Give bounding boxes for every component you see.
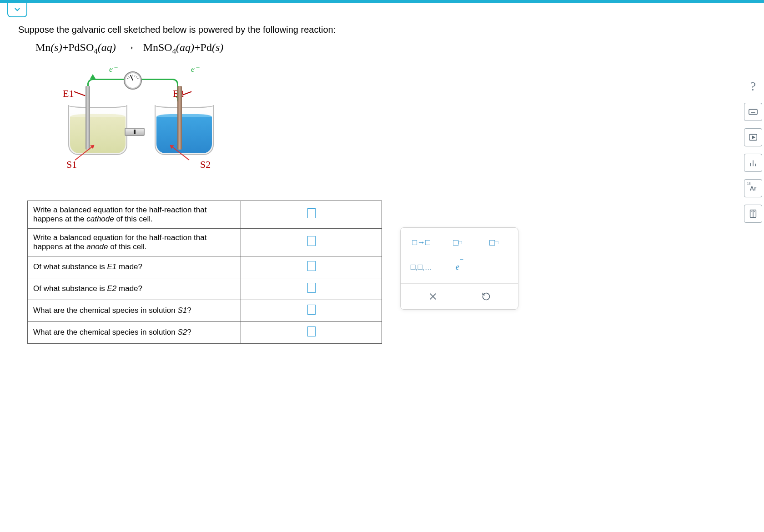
answer-cell [241,201,382,228]
palette-electron-button[interactable]: e‾ [446,259,469,275]
palette-electron-e: e [456,262,459,271]
question-variable: E1 [107,262,117,271]
galvanic-cell-diagram: e⁻ e⁻ E1 E2 [36,64,227,182]
solution-label-s1: S1 [66,159,77,171]
question-text-post: ? [187,306,191,315]
answer-cell [241,321,382,343]
palette-sup-small: □ [495,239,498,246]
palette-clear-button[interactable] [423,288,443,305]
table-row: Of what substance is E2 made? [28,278,382,300]
beaker-rim-2 [155,105,214,108]
question-text-pre: What are the chemical species in solutio… [33,306,178,315]
question-cell: Of what substance is E1 made? [28,256,241,278]
data-button[interactable] [744,154,762,172]
palette-sup-base: □ [489,237,495,248]
questions-table: Write a balanced equation for the half-r… [27,201,382,344]
eq-state-s2: (s) [212,41,223,53]
periodic-table-button[interactable]: 18Ar [744,179,762,197]
solution-s2 [156,117,212,153]
book-icon [748,209,758,219]
answer-cell [241,256,382,278]
question-variable: S1 [178,306,187,315]
expand-dropdown-button[interactable] [7,3,27,17]
eq-sub4-1: 4 [94,47,97,55]
beaker-rim-1 [68,105,127,108]
palette-reset-button[interactable] [476,288,496,305]
answer-cell [241,228,382,256]
constants-button[interactable] [744,205,762,223]
palette-arrow-label: □→□ [412,238,430,247]
palette-list-label: □,□,... [411,262,432,272]
question-cell: What are the chemical species in solutio… [28,300,241,321]
electron-label-left: e⁻ [109,64,117,74]
question-cell: Of what substance is E2 made? [28,278,241,300]
answer-input[interactable] [307,326,316,336]
eq-mn: Mn [35,41,50,53]
question-variable: E2 [107,284,117,293]
periodic-symbol: Ar [750,185,756,192]
table-row: Write a balanced equation for the half-r… [28,228,382,256]
eq-pdso: PdSO [68,41,94,53]
electron-label-right: e⁻ [191,64,199,74]
eq-arrow: → [124,41,135,53]
question-variable: cathode [86,215,114,223]
palette-subscript-button[interactable]: □□ [446,234,469,251]
symbol-palette: □→□ □□ □□ □,□,... e‾ [400,227,518,310]
label-pointer-e1 [74,91,85,96]
wire-left [87,79,124,101]
palette-divider [401,283,518,284]
answer-input[interactable] [307,283,316,293]
question-text-post: of this cell. [108,242,147,251]
palette-list-button[interactable]: □,□,... [410,259,432,275]
eq-mnso: MnSO [143,41,172,53]
help-icon: ? [750,79,756,94]
answer-input[interactable] [307,261,316,271]
current-arrow-left [90,74,96,79]
electrode-e2 [177,86,182,150]
question-text-post: of this cell. [114,215,153,223]
table-row: What are the chemical species in solutio… [28,321,382,343]
chevron-down-icon [13,5,21,14]
svg-marker-9 [752,136,755,139]
tools-sidebar: ? 18Ar [744,77,762,223]
question-cell: What are the chemical species in solutio… [28,321,241,343]
question-text-post: made? [116,284,142,293]
question-cell: Write a balanced equation for the half-r… [28,201,241,228]
solution-s1 [70,117,126,153]
beaker-left [68,105,127,155]
periodic-atomic-num: 18 [747,182,751,185]
electrode-e1 [85,86,90,150]
answer-input[interactable] [307,208,316,218]
palette-electron-bar: ‾ [460,259,463,268]
help-button[interactable]: ? [744,77,762,95]
question-variable: anode [86,242,108,251]
palette-superscript-button[interactable]: □□ [483,234,505,251]
question-prompt: Suppose the galvanic cell sketched below… [18,25,728,35]
salt-bridge [125,128,145,136]
video-button[interactable] [744,128,762,146]
table-row: What are the chemical species in solutio… [28,300,382,321]
eq-state-aq1: (aq) [98,41,116,53]
question-text-post: made? [116,262,142,271]
beaker-right [155,105,214,155]
eq-plus2: + [194,41,201,53]
reaction-equation: Mn(s)+PdSO4(aq) → MnSO4(aq)+Pd(s) [35,41,728,56]
keyboard-button[interactable] [744,103,762,121]
keyboard-icon [748,107,758,117]
eq-pd: Pd [201,41,212,53]
table-row: Write a balanced equation for the half-r… [28,201,382,228]
answer-cell [241,278,382,300]
eq-plus1: + [62,41,69,53]
palette-sub-small: □ [458,239,462,246]
answer-input[interactable] [307,305,316,315]
question-variable: S2 [178,328,187,336]
eq-state-s1: (s) [50,41,62,53]
periodic-icon: 18Ar [750,185,756,192]
palette-arrow-button[interactable]: □→□ [410,234,432,251]
eq-sub4-2: 4 [172,47,176,55]
question-text-pre: Of what substance is [33,262,107,271]
palette-sub-base: □ [453,237,458,248]
question-text-pre: Of what substance is [33,284,107,293]
question-cell: Write a balanced equation for the half-r… [28,228,241,256]
answer-input[interactable] [307,236,316,246]
